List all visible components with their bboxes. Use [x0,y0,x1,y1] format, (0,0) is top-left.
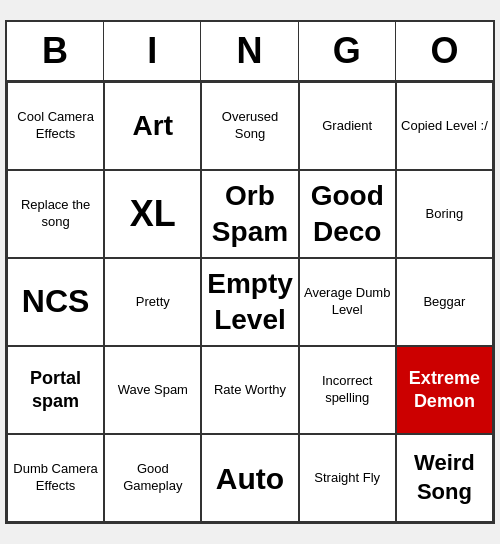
cell-18[interactable]: Incorrect spelling [299,346,396,434]
header-o: O [396,22,493,80]
cell-21[interactable]: Good Gameplay [104,434,201,522]
cell-14[interactable]: Beggar [396,258,493,346]
cell-4[interactable]: Copied Level :/ [396,82,493,170]
cell-1[interactable]: Art [104,82,201,170]
cell-6[interactable]: XL [104,170,201,258]
bingo-card: B I N G O Cool Camera Effects Art Overus… [5,20,495,524]
header-n: N [201,22,298,80]
header-g: G [299,22,396,80]
cell-22[interactable]: Auto [201,434,298,522]
cell-10[interactable]: NCS [7,258,104,346]
cell-16[interactable]: Wave Spam [104,346,201,434]
cell-9[interactable]: Boring [396,170,493,258]
cell-11[interactable]: Pretty [104,258,201,346]
cell-17[interactable]: Rate Worthy [201,346,298,434]
cell-7[interactable]: Orb Spam [201,170,298,258]
header-b: B [7,22,104,80]
cell-13[interactable]: Average Dumb Level [299,258,396,346]
cell-5[interactable]: Replace the song [7,170,104,258]
bingo-grid: Cool Camera Effects Art Overused Song Gr… [7,82,493,522]
bingo-header: B I N G O [7,22,493,82]
header-i: I [104,22,201,80]
cell-23[interactable]: Straight Fly [299,434,396,522]
cell-15[interactable]: Portal spam [7,346,104,434]
cell-20[interactable]: Dumb Camera Effects [7,434,104,522]
cell-0[interactable]: Cool Camera Effects [7,82,104,170]
cell-24[interactable]: Weird Song [396,434,493,522]
cell-19[interactable]: Extreme Demon [396,346,493,434]
cell-8[interactable]: Good Deco [299,170,396,258]
cell-3[interactable]: Gradient [299,82,396,170]
cell-2[interactable]: Overused Song [201,82,298,170]
cell-12[interactable]: Empty Level [201,258,298,346]
